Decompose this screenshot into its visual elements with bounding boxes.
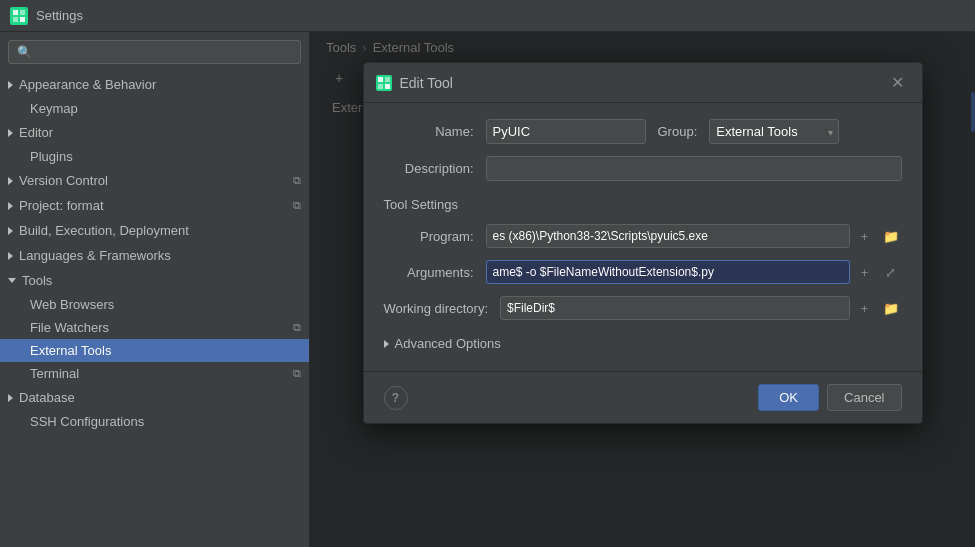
sidebar-item-version-control[interactable]: Version Control ⧉ [0, 168, 309, 193]
sidebar-item-label: File Watchers [30, 320, 109, 335]
edit-tool-dialog: Edit Tool ✕ Name: Group: External ToolsO… [363, 62, 923, 424]
program-add-button[interactable]: + [854, 225, 876, 247]
cancel-button[interactable]: Cancel [827, 384, 901, 411]
sidebar-item-label: Database [19, 390, 75, 405]
modal-icon [376, 75, 392, 91]
help-button[interactable]: ? [384, 386, 408, 410]
triangle-icon [8, 278, 16, 283]
group-select[interactable]: External ToolsOther [709, 119, 839, 144]
program-field-container: + 📁 [486, 224, 902, 248]
svg-rect-8 [378, 84, 383, 89]
sidebar-item-label: Build, Execution, Deployment [19, 223, 189, 238]
copy-icon: ⧉ [293, 199, 301, 212]
advanced-triangle-icon [384, 340, 389, 348]
sidebar-item-database[interactable]: Database [0, 385, 309, 410]
triangle-icon [8, 202, 13, 210]
program-input[interactable] [486, 224, 850, 248]
arguments-field-container: + ⤢ [486, 260, 902, 284]
sidebar-item-languages[interactable]: Languages & Frameworks [0, 243, 309, 268]
app-title: Settings [36, 8, 83, 23]
program-row: Program: + 📁 [384, 224, 902, 248]
sidebar-item-file-watchers[interactable]: File Watchers ⧉ [0, 316, 309, 339]
advanced-options-section[interactable]: Advanced Options [384, 332, 902, 355]
sidebar-item-tools[interactable]: Tools [0, 268, 309, 293]
sidebar-item-label: Version Control [19, 173, 108, 188]
search-input[interactable] [8, 40, 301, 64]
sidebar-item-label: Tools [22, 273, 52, 288]
svg-rect-3 [13, 17, 18, 22]
working-dir-label: Working directory: [384, 301, 489, 316]
working-dir-input[interactable] [500, 296, 849, 320]
program-label: Program: [384, 229, 474, 244]
triangle-icon [8, 227, 13, 235]
program-browse-button[interactable]: 📁 [880, 225, 902, 247]
tool-settings-section: Tool Settings [384, 193, 902, 212]
sidebar-item-ssh[interactable]: SSH Configurations [0, 410, 309, 433]
sidebar-item-label: SSH Configurations [30, 414, 144, 429]
modal-footer: ? OK Cancel [364, 371, 922, 423]
working-dir-add-button[interactable]: + [854, 297, 876, 319]
sidebar-item-label: Keymap [30, 101, 78, 116]
svg-rect-6 [378, 77, 383, 82]
modal-close-button[interactable]: ✕ [885, 71, 910, 94]
svg-rect-4 [20, 10, 25, 15]
arguments-add-button[interactable]: + [854, 261, 876, 283]
ok-button[interactable]: OK [758, 384, 819, 411]
triangle-icon [8, 177, 13, 185]
arguments-row: Arguments: + ⤢ [384, 260, 902, 284]
sidebar-item-label: Web Browsers [30, 297, 114, 312]
sidebar: Appearance & Behavior Keymap Editor Plug… [0, 32, 310, 547]
tool-settings-title: Tool Settings [384, 197, 458, 212]
svg-rect-2 [20, 17, 25, 22]
main-layout: Appearance & Behavior Keymap Editor Plug… [0, 32, 975, 547]
svg-rect-9 [385, 77, 390, 82]
sidebar-item-label: External Tools [30, 343, 111, 358]
name-label: Name: [384, 124, 474, 139]
description-input[interactable] [486, 156, 902, 181]
sidebar-item-build[interactable]: Build, Execution, Deployment [0, 218, 309, 243]
sidebar-item-label: Project: format [19, 198, 104, 213]
sidebar-item-label: Languages & Frameworks [19, 248, 171, 263]
modal-title-bar: Edit Tool ✕ [364, 63, 922, 103]
sidebar-item-keymap[interactable]: Keymap [0, 97, 309, 120]
sidebar-item-project-format[interactable]: Project: format ⧉ [0, 193, 309, 218]
modal-body: Name: Group: External ToolsOther ▾ Descr… [364, 103, 922, 371]
triangle-icon [8, 252, 13, 260]
group-select-wrapper: External ToolsOther ▾ [709, 119, 839, 144]
modal-title: Edit Tool [400, 75, 877, 91]
sidebar-item-label: Plugins [30, 149, 73, 164]
sidebar-item-label: Editor [19, 125, 53, 140]
working-dir-browse-button[interactable]: 📁 [880, 297, 902, 319]
description-label: Description: [384, 161, 474, 176]
working-dir-row: Working directory: + 📁 [384, 296, 902, 320]
description-row: Description: [384, 156, 902, 181]
svg-rect-1 [13, 10, 18, 15]
sidebar-item-label: Terminal [30, 366, 79, 381]
arguments-expand-button[interactable]: ⤢ [880, 261, 902, 283]
footer-buttons: OK Cancel [758, 384, 901, 411]
title-bar: Settings [0, 0, 975, 32]
sidebar-item-label: Appearance & Behavior [19, 77, 156, 92]
svg-rect-7 [385, 84, 390, 89]
sidebar-item-plugins[interactable]: Plugins [0, 145, 309, 168]
sidebar-item-external-tools[interactable]: External Tools [0, 339, 309, 362]
copy-icon: ⧉ [293, 367, 301, 380]
working-dir-field-container: + 📁 [500, 296, 901, 320]
name-input[interactable] [486, 119, 646, 144]
modal-overlay: Edit Tool ✕ Name: Group: External ToolsO… [310, 32, 975, 547]
triangle-icon [8, 81, 13, 89]
app-icon [10, 7, 28, 25]
arguments-label: Arguments: [384, 265, 474, 280]
sidebar-item-editor[interactable]: Editor [0, 120, 309, 145]
name-group-row: Name: Group: External ToolsOther ▾ [384, 119, 902, 144]
triangle-icon [8, 394, 13, 402]
copy-icon: ⧉ [293, 174, 301, 187]
svg-rect-0 [10, 7, 28, 25]
group-label: Group: [658, 124, 698, 139]
content-area: Tools › External Tools + − ▲ ▼ ⧉ Externa… [310, 32, 975, 547]
advanced-options-label: Advanced Options [395, 336, 501, 351]
sidebar-item-terminal[interactable]: Terminal ⧉ [0, 362, 309, 385]
arguments-input[interactable] [486, 260, 850, 284]
sidebar-item-appearance[interactable]: Appearance & Behavior [0, 72, 309, 97]
sidebar-item-web-browsers[interactable]: Web Browsers [0, 293, 309, 316]
